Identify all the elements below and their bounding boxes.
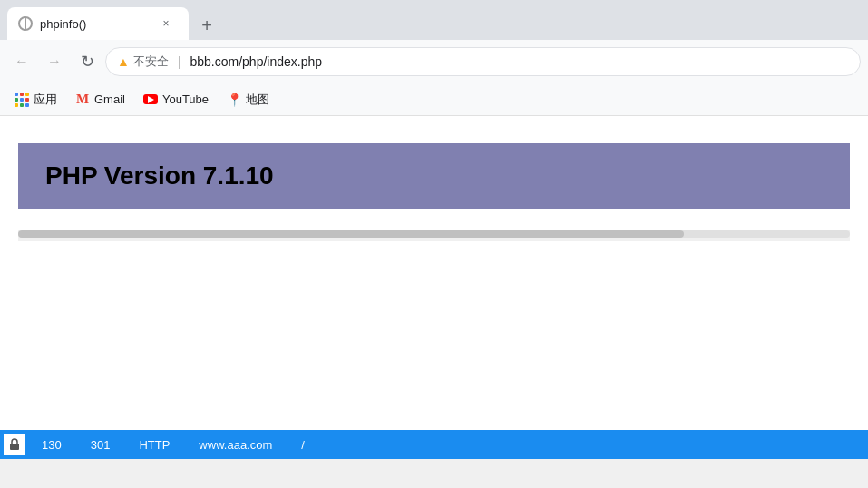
status-field-1: 301	[76, 438, 125, 452]
forward-button[interactable]: →	[40, 47, 69, 76]
address-bar[interactable]: ▲ 不安全 | bbb.com/php/index.php	[105, 47, 861, 76]
gmail-label: Gmail	[94, 93, 125, 106]
page-content: PHP Version 7.1.10 130 301 HTTP www.aaa.…	[0, 116, 868, 459]
php-version-header: PHP Version 7.1.10	[18, 143, 850, 209]
gmail-icon: M	[75, 93, 90, 107]
scrollbar-thumb[interactable]	[18, 230, 684, 238]
status-field-3: www.aaa.com	[184, 438, 287, 452]
bookmarks-bar: 应用 M Gmail YouTube 📍 地图	[0, 83, 868, 116]
tab-close-button[interactable]: ×	[158, 15, 174, 32]
bookmark-apps[interactable]: 应用	[7, 88, 64, 112]
php-version-text: PHP Version 7.1.10	[45, 161, 274, 190]
maps-icon: 📍	[227, 93, 241, 107]
url-text: bbb.com/php/index.php	[190, 54, 323, 69]
url-separator: |	[178, 54, 181, 69]
youtube-icon	[143, 93, 158, 107]
status-field-4: /	[287, 438, 319, 452]
security-warning: ▲ 不安全	[117, 54, 169, 70]
apps-grid-icon	[15, 93, 29, 107]
youtube-label: YouTube	[162, 93, 209, 106]
scrollbar-track	[18, 230, 850, 238]
status-field-2: HTTP	[124, 438, 184, 452]
refresh-icon: ↻	[81, 52, 94, 72]
navigation-toolbar: ← → ↻ ▲ 不安全 | bbb.com/php/index.php	[0, 40, 868, 83]
active-tab[interactable]: phpinfo() ×	[7, 7, 189, 40]
horizontal-scrollbar[interactable]	[18, 230, 850, 241]
forward-arrow-icon: →	[47, 54, 62, 70]
status-bar: 130 301 HTTP www.aaa.com /	[0, 430, 868, 459]
status-field-0: 130	[27, 438, 76, 452]
refresh-button[interactable]: ↻	[73, 47, 102, 76]
back-button[interactable]: ←	[7, 47, 36, 76]
tab-favicon	[18, 16, 33, 31]
svg-rect-0	[10, 444, 19, 450]
browser-chrome: phpinfo() × + ← → ↻ ▲ 不安全 | bbb.com/php/…	[0, 0, 868, 116]
tab-bar: phpinfo() × +	[0, 0, 868, 40]
tab-title: phpinfo()	[40, 17, 151, 31]
new-tab-button[interactable]: +	[192, 11, 221, 40]
bookmark-youtube[interactable]: YouTube	[136, 89, 216, 111]
status-fields: 130 301 HTTP www.aaa.com /	[27, 438, 868, 452]
bookmark-gmail[interactable]: M Gmail	[68, 89, 132, 111]
apps-label: 应用	[34, 92, 57, 108]
maps-label: 地图	[246, 92, 269, 108]
status-lock-icon	[4, 434, 25, 455]
warning-triangle-icon: ▲	[117, 54, 130, 69]
security-label: 不安全	[133, 54, 169, 70]
back-arrow-icon: ←	[15, 54, 29, 70]
bookmark-maps[interactable]: 📍 地图	[219, 88, 277, 112]
